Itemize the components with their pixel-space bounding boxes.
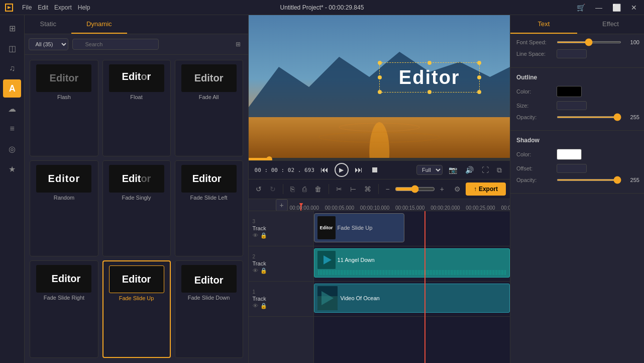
outline-size-row: Size: 0.30	[516, 101, 638, 110]
sidebar-item-media[interactable]: ⊞	[3, 19, 21, 37]
cut-button[interactable]: ✂	[333, 183, 345, 195]
maximize-button[interactable]: ⬜	[609, 3, 624, 13]
animation-card-float[interactable]: Editor Float	[102, 60, 171, 156]
tab-static[interactable]: Static	[25, 15, 71, 34]
outline-opacity-slider[interactable]	[557, 116, 621, 118]
marker-button[interactable]: ⌘	[361, 183, 374, 195]
app-logo	[4, 3, 14, 13]
split-button[interactable]: ⊢	[347, 183, 359, 195]
track-lock-icon-1[interactable]: 🔒	[260, 303, 267, 309]
cart-icon[interactable]: 🛒	[574, 3, 588, 13]
redo-button[interactable]: ↻	[267, 183, 279, 195]
clip-name-ocean: Video Of Ocean	[341, 295, 380, 301]
shadow-opacity-slider[interactable]	[557, 179, 621, 181]
minimize-button[interactable]: —	[592, 3, 605, 13]
export-icon: ↑	[474, 186, 477, 193]
animation-label-fade-slide-down: Fade Slide Down	[188, 295, 230, 301]
sidebar-item-stickers[interactable]: ◎	[3, 140, 21, 158]
track-lock-icon-3[interactable]: 🔒	[260, 232, 267, 239]
screenshot-button[interactable]: 📷	[447, 165, 459, 175]
center-timeline: Editor 00 : 00 : 02 . 693 ⏮ ▶ ⏭ ⏹ Full 1…	[249, 15, 510, 363]
shadow-offset-label: Offset:	[516, 165, 557, 171]
tab-dynamic[interactable]: Dynamic	[71, 15, 127, 34]
track-eye-icon-2[interactable]: 👁	[253, 267, 258, 274]
undo-button[interactable]: ↺	[253, 183, 265, 195]
search-input[interactable]	[72, 39, 159, 50]
animation-card-fade-all[interactable]: Editor Fade All	[175, 60, 243, 156]
sidebar-item-favorites[interactable]: ★	[3, 160, 21, 178]
animation-card-fade-singly[interactable]: Editor Fade Singly	[102, 160, 171, 257]
text-clip-fade-slide-up[interactable]: Editor Fade Slide Up	[314, 213, 404, 242]
menu-export[interactable]: Export	[54, 4, 72, 11]
menu-edit[interactable]: Edit	[38, 4, 48, 11]
line-space-input[interactable]: 0.0	[557, 49, 587, 58]
export-button[interactable]: ↑ Export	[466, 183, 506, 196]
clip-video-header: 11 Angel Down	[317, 251, 506, 269]
track-number-2: 2	[253, 254, 309, 259]
fullscreen-button[interactable]: ⛶	[480, 165, 491, 175]
player-controls: 00 : 00 : 02 . 693 ⏮ ▶ ⏭ ⏹ Full 1/2 1/4 …	[249, 160, 510, 179]
grid-toggle-button[interactable]: ⊞	[232, 38, 244, 50]
timeline-add-button[interactable]: +	[276, 199, 288, 211]
rewind-button[interactable]: ⏮	[318, 164, 331, 175]
audio-wave-2	[317, 270, 506, 275]
clip-video-thumb-1	[317, 286, 338, 310]
shadow-color-swatch[interactable]	[557, 149, 582, 160]
export-label: Export	[479, 186, 498, 193]
quality-select[interactable]: Full 1/2 1/4	[416, 165, 443, 175]
animation-card-fade-slide-down[interactable]: Editor Fade Slide Down	[175, 260, 243, 358]
sidebar-item-text[interactable]: A	[3, 79, 21, 98]
delete-button[interactable]: 🗑	[311, 183, 325, 195]
copy-button[interactable]: ⎘	[287, 183, 297, 195]
animation-card-flash[interactable]: Editor Flash	[30, 60, 98, 156]
zoom-slider[interactable]	[395, 185, 435, 193]
animation-label-random: Random	[54, 195, 75, 201]
pip-button[interactable]: ⧉	[495, 165, 504, 175]
clip-name-text: Fade Slide Up	[338, 225, 373, 231]
track-number-3: 3	[253, 219, 309, 224]
forward-button[interactable]: ⏭	[353, 164, 365, 175]
outline-size-input[interactable]: 0.30	[557, 101, 587, 110]
animation-card-fade-slide-right[interactable]: Editor Fade Slide Right	[30, 260, 98, 358]
menu-file[interactable]: File	[22, 4, 32, 11]
filter-dropdown[interactable]: All (35) Flash Float Fade All	[29, 38, 68, 50]
tab-text[interactable]: Text	[510, 15, 577, 34]
sidebar: ⊞ ◫ ♫ A ☁ ≡ ◎ ★	[0, 15, 25, 363]
sidebar-item-transitions[interactable]: ≡	[3, 120, 21, 138]
sidebar-item-layers[interactable]: ◫	[3, 39, 21, 57]
sidebar-item-effects[interactable]: ☁	[3, 100, 21, 118]
tab-effect[interactable]: Effect	[577, 15, 644, 34]
video-clip-ocean[interactable]: Video Of Ocean	[314, 284, 510, 313]
stop-button[interactable]: ⏹	[369, 164, 381, 175]
paste-button[interactable]: ⎙	[299, 183, 309, 195]
animation-label-fade-slide-left: Fade Slide Left	[190, 195, 228, 201]
zoom-in-button[interactable]: +	[437, 183, 447, 195]
sidebar-item-audio[interactable]: ♫	[3, 59, 21, 77]
animation-card-fade-slide-up[interactable]: Editor Fade Slide Up	[102, 260, 171, 358]
font-speed-slider[interactable]	[557, 41, 621, 43]
ruler-mark-6: 00:00:30.000	[501, 205, 510, 211]
animation-card-fade-slide-left[interactable]: Editor Fade Slide Left	[175, 160, 243, 257]
track-eye-icon-3[interactable]: 👁	[253, 232, 258, 239]
font-speed-row: Font Speed: 100	[516, 39, 638, 45]
outline-color-swatch[interactable]	[557, 86, 582, 97]
main-layout: ⊞ ◫ ♫ A ☁ ≡ ◎ ★ Static Dynamic All (35) …	[0, 15, 644, 363]
play-button[interactable]: ▶	[335, 163, 349, 177]
animation-preview-flash: Editor	[36, 64, 91, 92]
separator-2	[329, 184, 329, 194]
animation-card-random[interactable]: Editor Random	[30, 160, 98, 257]
shadow-offset-input[interactable]: 0.00	[557, 164, 587, 173]
menu-help[interactable]: Help	[78, 4, 90, 11]
zoom-container: − +	[383, 183, 447, 195]
title-bar: File Edit Export Help Untitled Project* …	[0, 0, 644, 15]
svg-marker-1	[8, 6, 11, 9]
video-clip-angel-down[interactable]: 11 Angel Down	[314, 248, 510, 278]
track-name-1: Track	[253, 296, 309, 302]
close-button[interactable]: ✕	[628, 3, 640, 13]
ruler-mark-0: 00:00:00.000	[290, 205, 319, 211]
zoom-out-button[interactable]: −	[383, 183, 393, 195]
settings-button[interactable]: ⚙	[451, 183, 464, 195]
volume-button[interactable]: 🔊	[463, 165, 476, 175]
track-eye-icon-1[interactable]: 👁	[253, 303, 258, 309]
track-lock-icon-2[interactable]: 🔒	[260, 267, 267, 274]
